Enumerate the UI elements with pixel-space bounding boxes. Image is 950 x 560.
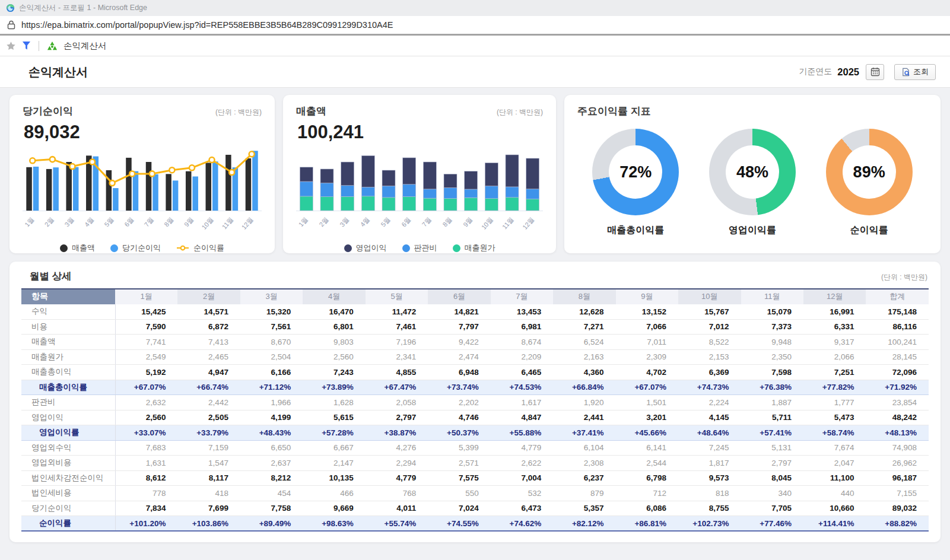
table-cell: 7,004: [491, 470, 553, 486]
table-cell: 4,779: [491, 440, 553, 456]
table-cell: 2,544: [616, 456, 678, 471]
table-cell: +101.20%: [115, 516, 177, 532]
table-cell: +86.81%: [616, 516, 678, 532]
table-row: 판관비2,6322,4421,9661,6282,0582,2021,6171,…: [21, 395, 929, 411]
table-cell: 1,628: [303, 395, 365, 411]
base-year-value[interactable]: 2025: [837, 66, 859, 78]
browser-titlebar: 손익계산서 - 프로필 1 - Microsoft Edge: [0, 0, 950, 16]
row-label: 영업이익률: [21, 425, 115, 441]
search-button[interactable]: 조회: [894, 64, 936, 80]
table-cell: +77.82%: [803, 380, 866, 395]
column-header: 7월: [491, 289, 553, 304]
x-axis-label: 7월: [143, 216, 155, 228]
x-axis-label: 2월: [317, 216, 329, 228]
table-cell: 7,797: [428, 319, 490, 335]
table-cell: 6,331: [803, 319, 866, 335]
table-cell: +37.41%: [553, 425, 615, 441]
table-cell: 4,276: [366, 440, 428, 456]
table-row: 매출원가2,5492,4652,5042,5602,3412,4742,2092…: [21, 349, 929, 365]
column-header: 9월: [616, 289, 678, 304]
table-row: 영업이익2,5602,5054,1995,6152,7974,7464,8472…: [21, 410, 929, 425]
dashboard-content: 당기순이익 (단위 : 백만원) 89,032 1월2월3월4월5월6월7월8월…: [0, 88, 950, 542]
x-axis-label: 7월: [421, 216, 433, 228]
table-cell: 2,637: [240, 456, 303, 471]
table-cell: 5,615: [303, 410, 365, 425]
revenue-legend: 영업이익판관비매출원가: [296, 243, 543, 253]
calendar-button[interactable]: [866, 64, 884, 80]
x-axis-label: 6월: [123, 216, 135, 228]
table-cell: 7,834: [115, 501, 177, 516]
table-cell: 15,767: [678, 304, 741, 320]
table-cell: +67.47%: [366, 380, 428, 395]
table-cell: 175,148: [866, 304, 929, 320]
table-cell: 2,549: [115, 349, 177, 365]
table-cell: 7,271: [553, 319, 615, 335]
table-row: 매출총이익률+67.07%+66.74%+71.12%+73.89%+67.47…: [21, 380, 929, 395]
table-cell: 5,357: [553, 501, 615, 516]
column-header: 5월: [366, 289, 428, 304]
table-row: 법인세차감전순이익8,6128,1178,21210,1354,7797,575…: [21, 470, 929, 486]
row-label: 당기순이익: [21, 501, 115, 516]
table-cell: +73.89%: [303, 380, 365, 395]
column-header: 6월: [428, 289, 490, 304]
table-cell: 10,660: [803, 501, 866, 516]
table-cell: 1,966: [240, 395, 303, 411]
table-cell: 9,317: [803, 335, 866, 350]
table-cell: 6,981: [491, 319, 553, 335]
table-cell: 13,453: [491, 304, 553, 320]
net-income-card: 당기순이익 (단위 : 백만원) 89,032 1월2월3월4월5월6월7월8월…: [9, 95, 275, 253]
table-cell: 8,117: [177, 470, 240, 486]
window-title: 손익계산서 - 프로필 1 - Microsoft Edge: [19, 3, 147, 13]
table-cell: 2,465: [177, 349, 240, 365]
table-cell: 4,011: [366, 501, 428, 516]
url-text[interactable]: https://epa.bimatrix.com/portal/popupVie…: [21, 20, 393, 30]
table-cell: 16,991: [803, 304, 866, 320]
column-header: 2월: [177, 289, 240, 304]
table-cell: 4,145: [678, 410, 741, 425]
table-cell: 2,504: [240, 349, 303, 365]
table-cell: +48.13%: [866, 425, 929, 441]
table-cell: +66.84%: [553, 380, 615, 395]
table-cell: 7,758: [240, 501, 303, 516]
table-cell: 466: [303, 486, 365, 501]
table-cell: 48,242: [866, 410, 929, 425]
table-cell: 7,373: [741, 319, 803, 335]
table-row: 매출액7,7417,4138,6709,8037,1969,4228,6746,…: [21, 335, 929, 350]
legend-item: 순이익률: [176, 243, 224, 253]
bookmark-label[interactable]: 손익계산서: [63, 40, 107, 52]
table-cell: 5,473: [803, 410, 866, 425]
table-cell: +71.92%: [866, 380, 929, 395]
table-cell: 15,320: [240, 304, 303, 320]
x-axis-label: 8월: [163, 216, 174, 228]
table-cell: 2,209: [491, 349, 553, 365]
table-cell: 7,461: [366, 319, 428, 335]
calendar-icon: [870, 67, 880, 77]
table-cell: 418: [177, 486, 240, 501]
search-button-label: 조회: [913, 66, 929, 77]
table-cell: +55.88%: [491, 425, 553, 441]
bimatrix-logo-icon[interactable]: [47, 41, 58, 51]
net-income-title: 당기순이익: [23, 104, 73, 118]
table-cell: 7,741: [115, 335, 177, 350]
star-icon[interactable]: [6, 41, 16, 51]
table-cell: 72,096: [866, 365, 929, 380]
table-cell: +74.55%: [428, 516, 490, 532]
table-cell: 550: [428, 486, 490, 501]
table-cell: +45.66%: [616, 425, 678, 441]
table-cell: 7,155: [866, 486, 929, 501]
filter-icon[interactable]: [22, 41, 31, 50]
favorites-bar: 손익계산서: [0, 36, 950, 56]
table-cell: 4,947: [177, 365, 240, 380]
table-cell: 7,598: [741, 365, 803, 380]
table-cell: +67.07%: [616, 380, 678, 395]
table-cell: 9,803: [303, 335, 365, 350]
revenue-unit: (단위 : 백만원): [497, 107, 543, 117]
x-axis-label: 10월: [200, 216, 214, 231]
address-bar[interactable]: https://epa.bimatrix.com/portal/popupVie…: [0, 16, 950, 36]
page-title: 손익계산서: [28, 64, 88, 80]
table-cell: 13,152: [616, 304, 678, 320]
table-cell: +98.63%: [303, 516, 365, 532]
net-income-legend: 매출액당기순이익 순이익률: [23, 243, 262, 253]
table-row: 영업이익률+33.07%+33.79%+48.43%+57.28%+38.87%…: [21, 425, 929, 441]
legend-item: 매출액: [60, 243, 95, 253]
